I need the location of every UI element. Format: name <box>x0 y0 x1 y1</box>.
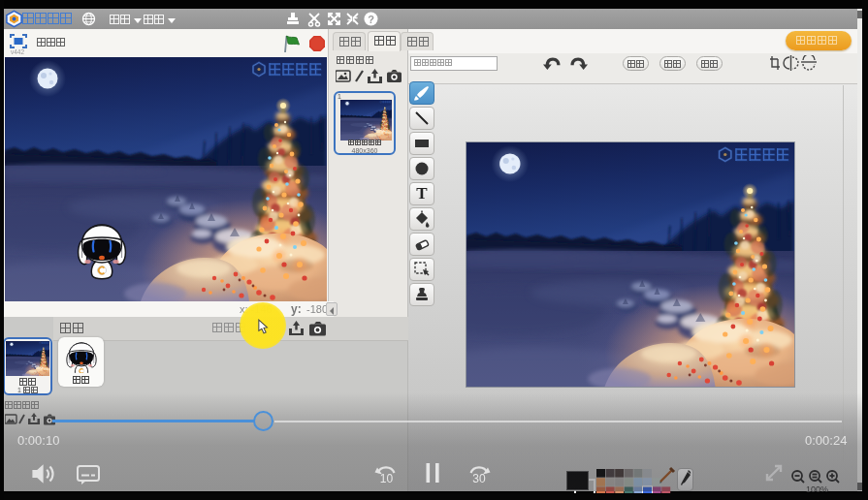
svg-text:30: 30 <box>472 472 486 485</box>
svg-text:10: 10 <box>380 472 394 485</box>
svg-text:?: ? <box>368 14 374 25</box>
